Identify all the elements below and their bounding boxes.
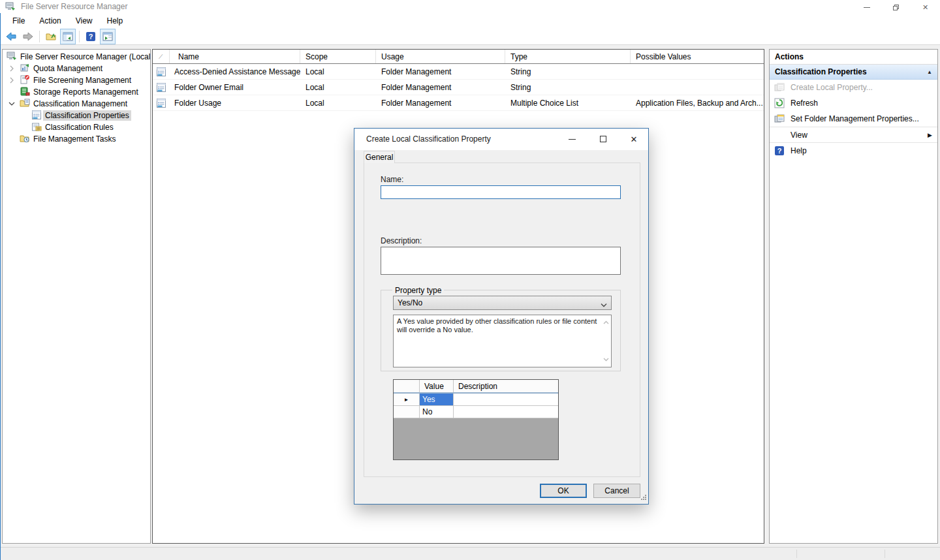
close-icon: ✕ <box>922 4 928 11</box>
menu-view[interactable]: View <box>69 15 100 27</box>
grid-corner-cell[interactable] <box>394 380 420 392</box>
grid-row-header[interactable]: ► <box>394 394 420 405</box>
action-label: View <box>791 131 807 140</box>
dialog-minimize-button[interactable] <box>562 132 582 146</box>
scroll-up-icon[interactable] <box>603 319 609 327</box>
action-help[interactable]: ? Help <box>770 142 937 158</box>
list-header: ∕ Name Scope Usage Type Possible Values <box>153 50 764 64</box>
grid-row-no[interactable]: No <box>394 406 558 418</box>
close-button[interactable]: ✕ <box>911 0 940 14</box>
submenu-arrow-icon: ▶ <box>928 132 932 138</box>
property-type-selected-value: Yes/No <box>398 298 422 307</box>
action-label: Refresh <box>791 99 818 108</box>
action-label: Set Folder Management Properties... <box>791 114 919 123</box>
grid-cell-description[interactable] <box>454 394 558 405</box>
property-type-dropdown[interactable]: Yes/No <box>393 296 612 310</box>
column-header-name[interactable]: Name <box>170 50 300 63</box>
actions-section-label: Classification Properties <box>775 67 867 76</box>
file-management-tasks-icon <box>20 133 30 146</box>
quota-management-icon <box>20 63 30 75</box>
grid-cell-description[interactable] <box>454 406 558 418</box>
cell-usage: Folder Management <box>376 64 505 79</box>
column-header-sort[interactable]: ∕ <box>153 50 170 63</box>
actions-section-header[interactable]: Classification Properties ▲ <box>770 65 937 80</box>
storage-reports-icon <box>20 86 30 99</box>
cell-scope: Local <box>300 64 376 79</box>
property-icon <box>153 80 170 95</box>
scroll-down-icon[interactable] <box>603 355 609 364</box>
classification-management-icon <box>20 98 30 110</box>
menu-file[interactable]: File <box>5 15 32 27</box>
menu-help[interactable]: Help <box>100 15 131 27</box>
minimize-button[interactable] <box>852 0 881 14</box>
dialog-titlebar[interactable]: Create Local Classification Property ✕ <box>354 129 648 150</box>
grid-column-value[interactable]: Value <box>420 380 454 392</box>
classification-properties-icon <box>31 110 42 122</box>
svg-text:?: ? <box>89 33 93 40</box>
action-refresh[interactable]: Refresh <box>770 95 937 111</box>
cancel-button[interactable]: Cancel <box>593 484 640 498</box>
show-console-tree-button[interactable] <box>60 29 76 44</box>
show-action-pane-button[interactable] <box>100 29 116 44</box>
tree-item-root[interactable]: File Server Resource Manager (Local) <box>3 51 150 63</box>
application-window: File Server Resource Manager ✕ File Acti… <box>0 0 940 560</box>
file-screening-icon <box>20 74 30 87</box>
sort-indicator-icon: ∕ <box>161 53 162 60</box>
column-header-type[interactable]: Type <box>505 50 631 63</box>
resize-grip[interactable] <box>640 493 646 502</box>
tree-item-file-screening-management[interactable]: File Screening Management <box>3 74 150 86</box>
minimize-icon <box>864 7 870 8</box>
tree-item-classification-management[interactable]: Classification Management <box>3 98 150 110</box>
name-input[interactable] <box>381 185 621 199</box>
chevron-right-icon[interactable] <box>8 77 15 84</box>
column-header-scope[interactable]: Scope <box>300 50 376 63</box>
cell-name: Folder Usage <box>170 95 300 110</box>
cell-name: Access-Denied Assistance Message <box>170 64 300 79</box>
dialog-close-button[interactable]: ✕ <box>624 132 644 146</box>
help-button[interactable]: ? <box>83 29 99 44</box>
tree-item-file-management-tasks[interactable]: File Management Tasks <box>3 133 150 145</box>
list-row-folder-owner-email[interactable]: Folder Owner Email Local Folder Manageme… <box>153 80 764 95</box>
grid-row-yes[interactable]: ► Yes <box>394 394 558 406</box>
grid-column-description[interactable]: Description <box>454 380 558 392</box>
tree-item-classification-rules[interactable]: Classification Rules <box>3 121 150 133</box>
cell-possible-values: Application Files, Backup and Arch... <box>631 95 764 110</box>
restore-button[interactable] <box>881 0 911 14</box>
grid-cell-value[interactable]: No <box>420 406 454 418</box>
close-icon: ✕ <box>631 135 638 144</box>
list-row-access-denied-assistance-message[interactable]: Access-Denied Assistance Message Local F… <box>153 64 764 80</box>
grid-cell-value[interactable]: Yes <box>420 394 454 405</box>
column-header-usage[interactable]: Usage <box>376 50 505 63</box>
action-label: Create Local Property... <box>791 83 873 92</box>
tree-item-quota-management[interactable]: Quota Management <box>3 63 150 74</box>
ok-button[interactable]: OK <box>540 484 587 498</box>
tree-item-storage-reports-management[interactable]: Storage Reports Management <box>3 86 150 98</box>
tree-item-label: Quota Management <box>31 63 104 74</box>
cell-type: String <box>505 80 631 95</box>
status-bar-separator <box>885 550 885 558</box>
tree-item-classification-properties[interactable]: Classification Properties <box>3 110 150 121</box>
forward-button[interactable] <box>20 29 36 44</box>
collapse-section-icon[interactable]: ▲ <box>927 69 932 75</box>
chevron-right-icon[interactable] <box>8 65 15 72</box>
up-one-level-button[interactable] <box>43 29 59 44</box>
menu-action[interactable]: Action <box>32 15 68 27</box>
back-button[interactable] <box>3 29 19 44</box>
dialog-maximize-button[interactable] <box>593 132 613 146</box>
column-header-possible-values[interactable]: Possible Values <box>631 50 764 63</box>
action-set-folder-management-properties[interactable]: Set Folder Management Properties... <box>770 111 937 127</box>
cell-usage: Folder Management <box>376 80 505 95</box>
cell-possible-values <box>631 80 764 95</box>
action-view[interactable]: View ▶ <box>770 127 937 142</box>
up-one-level-icon <box>46 31 56 42</box>
list-row-folder-usage[interactable]: Folder Usage Local Folder Management Mul… <box>153 95 764 111</box>
chevron-down-icon[interactable] <box>8 101 15 107</box>
help-icon: ? <box>86 31 96 42</box>
tab-general[interactable]: General <box>364 151 395 163</box>
tree-item-label: File Management Tasks <box>31 134 118 144</box>
tree-item-label: File Server Resource Manager (Local) <box>18 52 151 62</box>
description-input[interactable] <box>381 247 621 275</box>
cell-type: Multiple Choice List <box>505 95 631 110</box>
grid-row-header[interactable] <box>394 406 420 418</box>
window-title: File Server Resource Manager <box>21 2 127 11</box>
